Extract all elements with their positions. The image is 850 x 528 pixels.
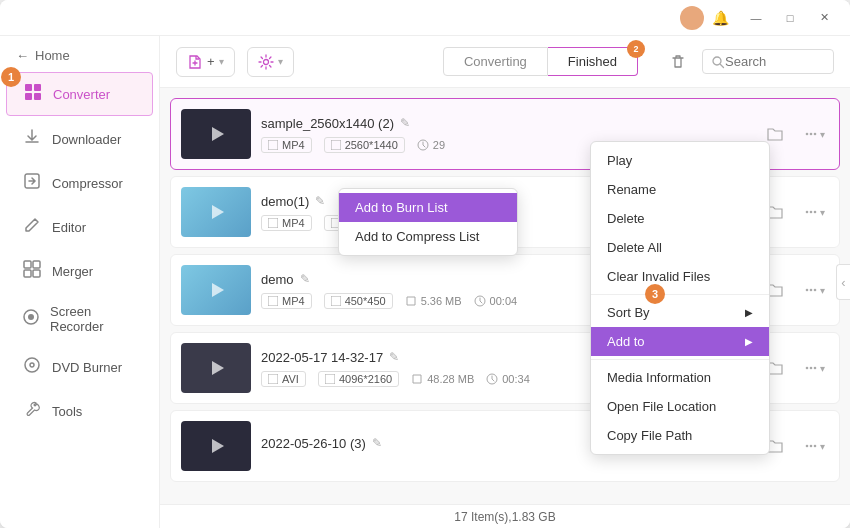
toolbar-actions: [662, 46, 834, 78]
tools-icon: [22, 400, 42, 422]
status-bar: 17 Item(s),1.83 GB: [160, 504, 850, 528]
svg-point-42: [813, 367, 816, 370]
collapse-button[interactable]: ‹: [836, 264, 850, 300]
svg-rect-1: [34, 84, 41, 91]
context-menu-add-to[interactable]: Add to ▶: [591, 327, 769, 356]
edit-icon[interactable]: ✎: [389, 350, 399, 364]
bell-icon[interactable]: 🔔: [708, 6, 732, 30]
format-tag: AVI: [261, 371, 306, 387]
search-box[interactable]: [702, 49, 834, 74]
edit-icon[interactable]: ✎: [300, 272, 310, 286]
context-menu-rename[interactable]: Rename: [591, 175, 769, 204]
back-label: Home: [35, 48, 70, 63]
file-size: 5.36 MB: [405, 295, 462, 307]
tab-group: Converting Finished 2: [443, 47, 638, 76]
search-input[interactable]: [725, 54, 825, 69]
svg-marker-22: [212, 205, 224, 219]
maximize-button[interactable]: □: [774, 4, 806, 32]
svg-point-20: [809, 133, 812, 136]
settings-dropdown-arrow: ▾: [278, 56, 283, 67]
context-menu-open-location[interactable]: Open File Location: [591, 392, 769, 421]
context-menu-play[interactable]: Play: [591, 146, 769, 175]
avatar: [680, 6, 704, 30]
compressor-icon: [22, 172, 42, 194]
sidebar-label-downloader: Downloader: [52, 132, 121, 147]
sidebar-item-merger[interactable]: Merger: [6, 250, 153, 292]
svg-point-45: [809, 445, 812, 448]
file-more-button[interactable]: ▾: [797, 196, 829, 228]
file-more-button[interactable]: ▾: [797, 274, 829, 306]
content-area: + ▾ ▾ Converting Finished 2: [160, 36, 850, 528]
window-controls: — □ ✕: [740, 4, 840, 32]
merger-icon: [22, 260, 42, 282]
toolbar: + ▾ ▾ Converting Finished 2: [160, 36, 850, 88]
file-more-button[interactable]: ▾: [797, 118, 829, 150]
svg-point-41: [809, 367, 812, 370]
back-icon: ←: [16, 48, 29, 63]
file-more-button[interactable]: ▾: [797, 352, 829, 384]
svg-point-28: [813, 211, 816, 214]
svg-point-34: [809, 289, 812, 292]
svg-point-35: [813, 289, 816, 292]
title-bar: 🔔 — □ ✕: [0, 0, 850, 36]
svg-rect-23: [268, 218, 278, 228]
sidebar-item-dvd-burner[interactable]: DVD Burner: [6, 346, 153, 388]
context-menu-clear-invalid[interactable]: Clear Invalid Files: [591, 262, 769, 291]
context-menu-separator: [591, 294, 769, 295]
svg-marker-29: [212, 283, 224, 297]
sidebar-item-screen-recorder[interactable]: Screen Recorder: [6, 294, 153, 344]
svg-point-13: [263, 59, 268, 64]
add-file-button[interactable]: + ▾: [176, 47, 235, 77]
svg-point-11: [25, 358, 39, 372]
svg-marker-15: [212, 127, 224, 141]
sidebar-back[interactable]: ← Home: [0, 40, 159, 71]
edit-icon[interactable]: ✎: [372, 436, 382, 450]
svg-rect-16: [268, 140, 278, 150]
context-menu-sort-by[interactable]: Sort By ▶: [591, 298, 769, 327]
submenu-add-burn[interactable]: Add to Burn List: [339, 193, 517, 222]
svg-rect-0: [25, 84, 32, 91]
tab-finished[interactable]: Finished 2: [548, 47, 638, 76]
file-more-button[interactable]: ▾: [797, 430, 829, 462]
format-tag: MP4: [261, 137, 312, 153]
svg-point-44: [805, 445, 808, 448]
context-menu-separator: [591, 359, 769, 360]
sidebar-item-editor[interactable]: Editor: [6, 206, 153, 248]
svg-rect-3: [34, 93, 41, 100]
edit-icon[interactable]: ✎: [400, 116, 410, 130]
sidebar-item-downloader[interactable]: Downloader: [6, 118, 153, 160]
sidebar-item-converter[interactable]: Converter 1: [6, 72, 153, 116]
add-dropdown-arrow: ▾: [219, 56, 224, 67]
file-thumbnail: [181, 187, 251, 237]
svg-point-27: [809, 211, 812, 214]
file-duration: 00:04: [474, 295, 518, 307]
sidebar-label-converter: Converter: [53, 87, 110, 102]
converter-icon: [23, 83, 43, 105]
minimize-button[interactable]: —: [740, 4, 772, 32]
sidebar: ← Home Converter 1 Downloader: [0, 36, 160, 528]
close-button[interactable]: ✕: [808, 4, 840, 32]
context-menu-delete[interactable]: Delete: [591, 204, 769, 233]
settings-button[interactable]: ▾: [247, 47, 294, 77]
file-thumbnail: [181, 109, 251, 159]
svg-rect-7: [24, 270, 31, 277]
svg-point-46: [813, 445, 816, 448]
context-menu-delete-all[interactable]: Delete All: [591, 233, 769, 262]
svg-point-10: [28, 314, 34, 320]
file-thumbnail: [181, 421, 251, 471]
sidebar-item-compressor[interactable]: Compressor: [6, 162, 153, 204]
context-menu-media-info[interactable]: Media Information: [591, 363, 769, 392]
delete-button[interactable]: [662, 46, 694, 78]
dvd-burner-icon: [22, 356, 42, 378]
submenu-add-compress[interactable]: Add to Compress List: [339, 222, 517, 251]
svg-rect-38: [325, 374, 335, 384]
tab-converting[interactable]: Converting: [443, 47, 548, 76]
edit-icon[interactable]: ✎: [315, 194, 325, 208]
sidebar-label-editor: Editor: [52, 220, 86, 235]
format-tag: MP4: [261, 215, 312, 231]
svg-rect-17: [331, 140, 341, 150]
context-menu-copy-path[interactable]: Copy File Path: [591, 421, 769, 450]
svg-point-40: [805, 367, 808, 370]
sidebar-item-tools[interactable]: Tools: [6, 390, 153, 432]
search-icon: [711, 55, 725, 69]
